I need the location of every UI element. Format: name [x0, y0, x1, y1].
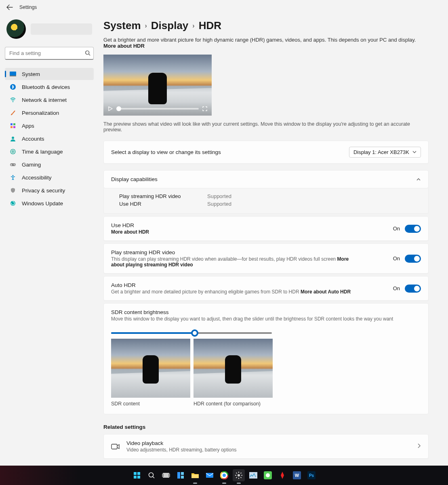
sidebar-item-accessibility[interactable]: Accessibility	[5, 171, 94, 183]
svg-rect-30	[206, 473, 213, 478]
sidebar-item-label: Gaming	[22, 162, 41, 168]
sidebar-item-label: Accessibility	[22, 175, 52, 181]
stream-hdr-row: Play streaming HDR video This display ca…	[103, 243, 429, 274]
sidebar-item-apps[interactable]: Apps	[5, 120, 94, 132]
use-hdr-toggle[interactable]	[405, 225, 421, 233]
bluetooth-icon	[10, 84, 16, 90]
person-icon	[10, 135, 16, 142]
use-hdr-row: Use HDR More about HDR On	[103, 216, 429, 241]
svg-point-9	[12, 137, 14, 139]
sidebar-item-label: Network & internet	[22, 97, 67, 103]
sdr-brightness-section: SDR content brightness Move this window …	[103, 303, 429, 414]
svg-text:Ps: Ps	[309, 473, 314, 478]
svg-rect-2	[10, 76, 16, 76]
display-capabilities-header[interactable]: Display capabilities	[103, 170, 429, 188]
chevron-right-icon: ›	[145, 22, 147, 30]
user-name-placeholder	[31, 23, 92, 35]
search-button[interactable]	[145, 469, 158, 481]
search-box	[5, 47, 94, 60]
sidebar-item-privacy[interactable]: Privacy & security	[5, 184, 94, 196]
svg-point-36	[238, 474, 240, 477]
widgets-button[interactable]	[175, 469, 187, 481]
preview-caption: The preview shows what video will look l…	[103, 121, 429, 133]
stream-hdr-state: On	[393, 255, 400, 261]
task-view-button[interactable]	[160, 469, 172, 481]
sidebar-item-personalization[interactable]: Personalization	[5, 107, 94, 119]
search-icon[interactable]	[85, 50, 90, 57]
sidebar-item-label: Personalization	[22, 110, 59, 116]
play-button[interactable]	[107, 106, 113, 112]
auto-hdr-row: Auto HDR Get a brighter and more detaile…	[103, 276, 429, 301]
svg-point-0	[86, 51, 89, 55]
auto-hdr-toggle[interactable]	[405, 285, 421, 293]
hdr-preview-image	[194, 339, 273, 398]
update-icon	[10, 200, 16, 207]
apps-icon	[10, 122, 16, 129]
sdr-brightness-slider[interactable]	[111, 332, 272, 334]
settings-button[interactable]	[233, 469, 245, 481]
crumb-display[interactable]: Display	[151, 19, 189, 32]
crumb-system[interactable]: System	[103, 19, 141, 32]
crumb-current: HDR	[199, 19, 221, 32]
sidebar-item-label: Accounts	[22, 136, 44, 142]
search-input[interactable]	[5, 47, 94, 60]
slider-thumb[interactable]	[191, 329, 198, 337]
sidebar-item-label: Bluetooth & devices	[22, 84, 70, 90]
taskbar-app-2[interactable]	[262, 469, 274, 481]
word-button[interactable]: W	[291, 469, 303, 481]
back-button[interactable]	[5, 2, 15, 12]
svg-point-14	[13, 175, 14, 176]
sidebar-item-label: Time & language	[22, 149, 63, 155]
svg-rect-26	[177, 472, 180, 479]
video-seek-slider[interactable]	[116, 108, 199, 110]
sdr-brightness-title: SDR content brightness	[111, 309, 421, 315]
svg-rect-7	[11, 126, 13, 128]
mail-button[interactable]	[204, 469, 216, 481]
svg-rect-19	[137, 472, 140, 475]
svg-rect-23	[163, 473, 169, 478]
more-about-hdr-link[interactable]: More about HDR	[103, 43, 145, 49]
photoshop-button[interactable]: Ps	[305, 469, 318, 481]
sidebar-item-label: Apps	[22, 123, 34, 129]
chrome-button[interactable]	[218, 469, 230, 481]
sidebar-nav: System Bluetooth & devices Network & int…	[5, 68, 94, 209]
video-playback-row[interactable]: Video playback Video adjustments, HDR st…	[103, 434, 429, 459]
start-button[interactable]	[131, 469, 143, 481]
more-about-hdr-link[interactable]: More about HDR	[111, 229, 149, 235]
sidebar-item-time-language[interactable]: Time & language	[5, 146, 94, 158]
svg-rect-24	[162, 474, 164, 477]
chevron-down-icon	[412, 149, 416, 155]
user-row[interactable]	[5, 18, 94, 40]
sdr-preview-image	[111, 339, 190, 398]
sidebar-item-gaming[interactable]: Gaming	[5, 158, 94, 171]
stream-hdr-toggle[interactable]	[405, 255, 421, 263]
sidebar-item-network[interactable]: Network & internet	[5, 94, 94, 106]
taskbar-app-1[interactable]	[247, 469, 259, 481]
svg-rect-21	[137, 476, 140, 479]
svg-point-39	[266, 473, 270, 477]
avatar	[6, 19, 26, 39]
accessibility-icon	[10, 174, 16, 181]
display-capabilities-body: Play streaming HDR videoSupported Use HD…	[103, 188, 429, 214]
svg-point-13	[15, 165, 15, 166]
more-about-auto-hdr-link[interactable]: More about Auto HDR	[301, 289, 351, 295]
svg-rect-1	[10, 72, 16, 76]
hdr-preview-video	[103, 55, 212, 116]
file-explorer-button[interactable]	[189, 469, 201, 481]
sdr-label: SDR content	[111, 401, 190, 407]
sidebar-item-bluetooth[interactable]: Bluetooth & devices	[5, 81, 94, 93]
sidebar-item-system[interactable]: System	[5, 68, 94, 80]
use-hdr-title: Use HDR	[111, 222, 149, 228]
taskbar-app-3[interactable]	[276, 469, 288, 481]
sidebar-item-accounts[interactable]: Accounts	[5, 133, 94, 145]
svg-rect-5	[11, 123, 13, 125]
video-playback-title: Video playback	[126, 440, 410, 446]
sidebar-item-windows-update[interactable]: Windows Update	[5, 197, 94, 209]
sidebar-item-label: System	[22, 71, 40, 77]
app-title: Settings	[19, 4, 37, 10]
sidebar-item-label: Privacy & security	[22, 188, 65, 194]
svg-text:W: W	[294, 473, 299, 478]
chevron-up-icon	[416, 177, 421, 182]
display-selector-dropdown[interactable]: Display 1: Acer XB273K	[349, 147, 421, 158]
fullscreen-button[interactable]	[202, 106, 208, 112]
